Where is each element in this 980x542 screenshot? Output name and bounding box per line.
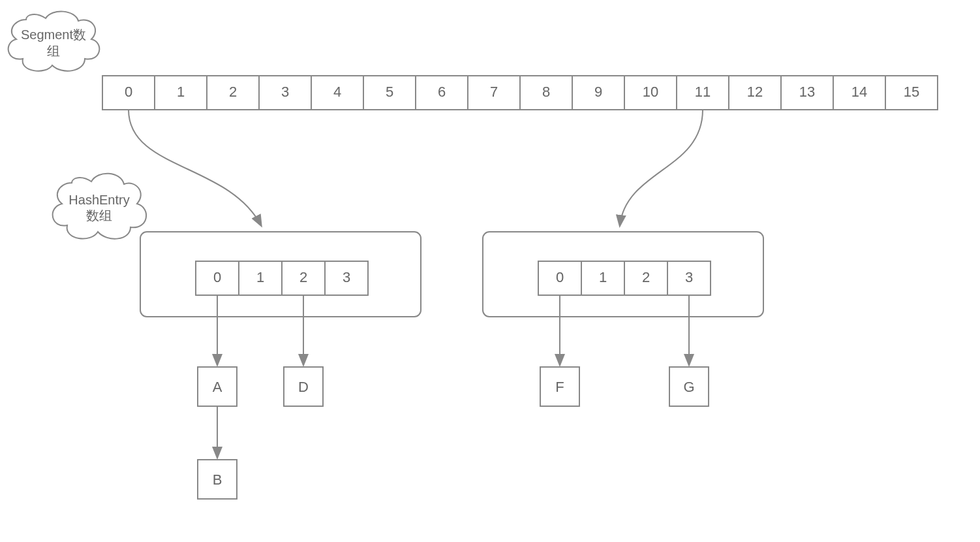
svg-text:B: B <box>213 471 222 488</box>
segment-cell-7: 7 <box>468 76 520 110</box>
left-hash-cell-0: 0 <box>196 261 239 295</box>
segment-cloud-line2: 组 <box>47 44 60 58</box>
arrow-seg0-to-left <box>129 110 261 225</box>
segment-cell-5: 5 <box>363 76 416 110</box>
segment-cell-4: 4 <box>311 76 363 110</box>
segment-cell-10: 10 <box>624 76 677 110</box>
svg-text:1: 1 <box>256 269 264 285</box>
segment-cell-2: 2 <box>207 76 259 110</box>
segment-cell-3: 3 <box>259 76 311 110</box>
svg-text:6: 6 <box>438 84 446 100</box>
segment-cell-13: 13 <box>781 76 833 110</box>
node-D: D <box>284 367 323 406</box>
hashentry-cloud-line1: HashEntry <box>69 193 129 207</box>
svg-text:1: 1 <box>599 269 607 285</box>
hashentry-cloud: HashEntry 数组 <box>53 174 146 239</box>
node-G: G <box>669 367 709 406</box>
svg-text:10: 10 <box>643 84 658 100</box>
svg-text:3: 3 <box>343 269 350 285</box>
right-hash-cell-3: 3 <box>667 261 711 295</box>
svg-text:4: 4 <box>333 84 341 100</box>
svg-text:8: 8 <box>542 84 550 100</box>
hashentry-cloud-line2: 数组 <box>86 208 112 223</box>
svg-text:2: 2 <box>229 84 237 100</box>
segment-cloud: Segment数 组 <box>8 11 100 71</box>
left-hashentry-container: 0 1 2 3 <box>140 232 421 317</box>
svg-text:7: 7 <box>490 84 498 100</box>
svg-text:A: A <box>213 379 222 395</box>
segment-cell-9: 9 <box>572 76 624 110</box>
svg-text:3: 3 <box>281 84 289 100</box>
right-hashentry-container: 0 1 2 3 <box>483 232 763 317</box>
svg-text:0: 0 <box>556 269 564 285</box>
diagram-root: Segment数 组 0 1 2 3 4 5 6 7 8 9 10 11 12 … <box>0 0 980 542</box>
svg-text:5: 5 <box>386 84 393 100</box>
svg-text:2: 2 <box>299 269 307 285</box>
segment-cell-8: 8 <box>520 76 572 110</box>
svg-text:0: 0 <box>125 84 132 100</box>
svg-text:13: 13 <box>799 84 815 100</box>
segment-cell-6: 6 <box>416 76 468 110</box>
svg-text:3: 3 <box>685 269 693 285</box>
arrow-seg11-to-right <box>620 110 703 225</box>
svg-text:0: 0 <box>213 269 221 285</box>
svg-text:12: 12 <box>747 84 763 100</box>
svg-text:14: 14 <box>851 84 867 100</box>
segment-cell-11: 11 <box>677 76 729 110</box>
svg-text:2: 2 <box>642 269 650 285</box>
svg-text:11: 11 <box>695 84 711 100</box>
left-hash-cell-2: 2 <box>282 261 325 295</box>
svg-text:D: D <box>298 379 309 395</box>
left-hash-cell-3: 3 <box>325 261 368 295</box>
svg-text:9: 9 <box>594 84 602 100</box>
segment-cell-0: 0 <box>102 76 155 110</box>
segment-cell-15: 15 <box>885 76 938 110</box>
segment-cloud-line1: Segment数 <box>21 27 86 42</box>
segment-cell-1: 1 <box>155 76 207 110</box>
node-B: B <box>198 460 237 499</box>
right-hash-cell-2: 2 <box>624 261 667 295</box>
svg-text:F: F <box>555 379 564 395</box>
node-F: F <box>540 367 579 406</box>
segment-array: 0 1 2 3 4 5 6 7 8 9 10 11 12 13 14 15 <box>102 76 938 110</box>
segment-cell-14: 14 <box>833 76 885 110</box>
left-hash-cell-1: 1 <box>239 261 282 295</box>
node-A: A <box>198 367 237 406</box>
svg-text:15: 15 <box>904 84 919 100</box>
right-hash-cell-0: 0 <box>538 261 581 295</box>
svg-text:G: G <box>683 379 694 395</box>
segment-cell-12: 12 <box>729 76 781 110</box>
svg-text:1: 1 <box>177 84 185 100</box>
right-hash-cell-1: 1 <box>581 261 624 295</box>
